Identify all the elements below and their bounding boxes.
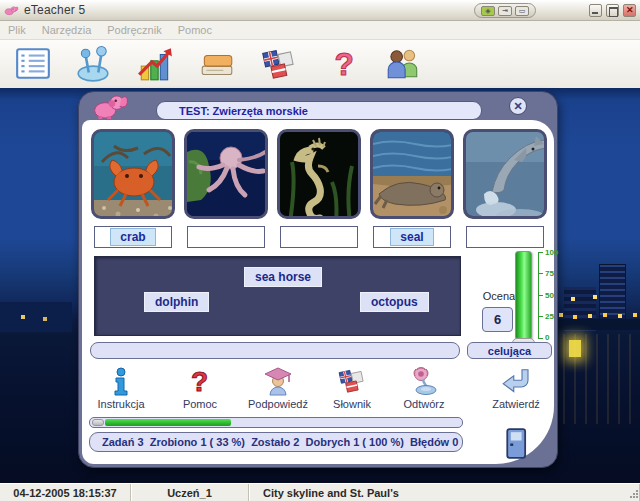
- word-chip-sea-horse[interactable]: sea horse: [244, 267, 322, 287]
- status-datetime: 04-12-2005 18:15:37: [0, 484, 131, 501]
- odtworz-button[interactable]: Odtwórz: [391, 362, 457, 410]
- scale-tick-label: 0: [545, 333, 549, 342]
- statistics-chart-icon[interactable]: [136, 45, 174, 83]
- dialog-title: TEST: Zwierzęta morskie: [156, 101, 482, 120]
- answer-box-4[interactable]: seal: [373, 226, 451, 248]
- button-label: Słownik: [333, 398, 371, 410]
- return-arrow-icon: [501, 366, 531, 396]
- progress-thumb[interactable]: [92, 419, 104, 426]
- dictionary-puzzle-icon: [337, 366, 367, 396]
- info-icon: [106, 366, 136, 396]
- dialog-close-icon[interactable]: ✕: [509, 97, 527, 115]
- graduate-icon: [263, 366, 293, 396]
- answer-box-2[interactable]: [187, 226, 265, 248]
- card-sea-horse-photo[interactable]: [277, 129, 361, 219]
- podpowiedz-button[interactable]: Podpowiedź: [245, 362, 311, 410]
- building-silhouette: [0, 302, 72, 332]
- menu-podrecznik[interactable]: Podręcznik: [107, 24, 161, 36]
- close-button[interactable]: [623, 4, 636, 17]
- test-progress-bar: [89, 417, 463, 428]
- answer-box-1[interactable]: crab: [94, 226, 172, 248]
- help-question-icon[interactable]: ?: [324, 45, 362, 83]
- instrukcja-button[interactable]: Instrukcja: [88, 362, 154, 410]
- scale-tick-label: 75: [545, 269, 554, 278]
- word-chip-dolphin[interactable]: dolphin: [144, 292, 209, 312]
- lamp-reflection: [569, 340, 581, 357]
- button-label: Odtwórz: [404, 398, 445, 410]
- exit-door-icon[interactable]: [506, 428, 530, 459]
- nvidia-nview-icon[interactable]: ◈: [481, 6, 495, 16]
- answer-box-3[interactable]: [280, 226, 358, 248]
- resize-grip[interactable]: [630, 490, 639, 499]
- answer-chip[interactable]: seal: [390, 228, 433, 246]
- elephant-mascot-icon: [89, 93, 131, 120]
- status-wallpaper-name: City skyline and St. Paul's: [249, 484, 640, 501]
- question-mark-icon: ?: [185, 366, 215, 396]
- button-label: Instrukcja: [97, 398, 144, 410]
- button-label: Zatwierdź: [492, 398, 540, 410]
- gramophone-icon: [409, 366, 439, 396]
- word-bank: sea horse dolphin octopus: [94, 256, 461, 336]
- books-icon[interactable]: [198, 45, 236, 83]
- scale-tick-label: 25: [545, 312, 554, 321]
- status-user: Uczeń_1: [131, 484, 249, 501]
- menu-plik[interactable]: Plik: [8, 24, 26, 36]
- menu-bar: Plik Narzędzia Podręcznik Pomoc: [0, 21, 640, 40]
- answer-box-5[interactable]: [466, 226, 544, 248]
- word-chip-octopus[interactable]: octopus: [360, 292, 429, 312]
- scale-tick-label: 100: [545, 248, 558, 257]
- restore-window-icon[interactable]: ▭: [515, 6, 529, 16]
- card-octopus-photo[interactable]: [184, 129, 268, 219]
- zatwierdz-button[interactable]: Zatwierdź: [483, 362, 549, 410]
- card-dolphin-photo[interactable]: [463, 129, 547, 219]
- pomoc-button[interactable]: ? Pomoc: [167, 362, 233, 410]
- dictionary-puzzle-icon[interactable]: [260, 45, 298, 83]
- stats-bar: Zadań 3 Zrobiono 1 ( 33 %) Zostało 2 Dob…: [89, 432, 463, 452]
- card-seal-photo[interactable]: [370, 129, 454, 219]
- minimize-button[interactable]: [589, 4, 602, 17]
- lesson-list-icon[interactable]: [14, 45, 52, 83]
- menu-narzedzia[interactable]: Narzędzia: [42, 24, 92, 36]
- button-label: Podpowiedź: [248, 398, 308, 410]
- menu-pomoc[interactable]: Pomoc: [178, 24, 212, 36]
- users-icon[interactable]: [384, 45, 422, 83]
- svg-text:?: ?: [191, 366, 208, 396]
- grade-gauge-bar: [515, 251, 532, 340]
- toolbar: ?: [0, 40, 640, 88]
- progress-fill: [105, 419, 231, 426]
- title-bar: eTeacher 5: [0, 0, 640, 21]
- water-reflections: [552, 334, 636, 424]
- test-dialog: TEST: Zwierzęta morskie ✕: [78, 91, 558, 468]
- message-bar: [90, 342, 460, 359]
- svg-text:?: ?: [335, 46, 354, 82]
- grade-descriptor: celująca: [467, 342, 552, 359]
- card-crab-photo[interactable]: [91, 129, 175, 219]
- slownik-button[interactable]: Słownik: [319, 362, 385, 410]
- grade-scale: 100 75 50 25 0: [538, 252, 566, 339]
- window-title: eTeacher 5: [24, 3, 85, 17]
- button-label: Pomoc: [183, 398, 217, 410]
- game-controller-icon[interactable]: [74, 45, 112, 83]
- nview-toolbar: ◈ ⇥ ▭: [474, 3, 536, 18]
- scale-tick-label: 50: [545, 291, 554, 300]
- status-bar: 04-12-2005 18:15:37 Uczeń_1 City skyline…: [0, 483, 640, 501]
- move-to-desktop-icon[interactable]: ⇥: [498, 6, 512, 16]
- app-logo-elephant-icon: [4, 3, 19, 18]
- city-lights: [0, 88, 2, 90]
- answer-chip[interactable]: crab: [110, 228, 155, 246]
- grade-value: 6: [482, 307, 513, 332]
- maximize-button[interactable]: [606, 4, 619, 17]
